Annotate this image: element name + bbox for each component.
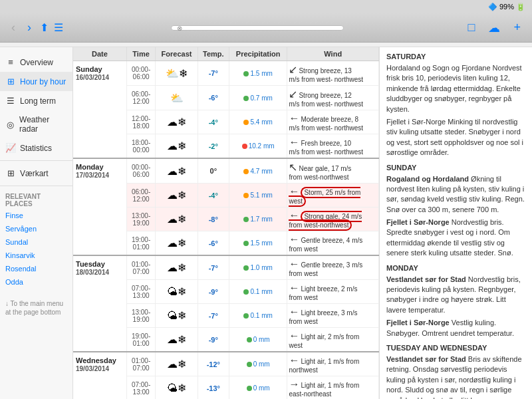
wind-cell: ↙Strong breeze, 13m/s from west- northwe… [287,61,379,86]
share-button[interactable]: ⬆ [40,21,49,34]
sidebar-divider [0,160,72,161]
precip-cell: 0 mm [229,376,287,400]
sidebar-item-statistics[interactable]: 📈 Statistics [0,138,72,158]
temp-cell: -7° [198,304,229,328]
col-time: Time [126,47,155,61]
sidebar-item-hour-by-hour[interactable]: ⊞ Hour by hour [0,72,72,91]
forward-button[interactable]: › [24,19,35,36]
wind-text: Storm, 25 m/s fromwest [289,187,360,207]
weather-section-text: Rogaland og Hordaland Økning til nordves… [386,174,525,215]
weather-bold: Vestlandet sør for Stad [386,355,466,363]
relevant-places-label: RELEVANT PLACES [0,189,72,209]
date-cell: Wednesday19/03/2014 [73,352,126,399]
temp-cell: -7° [198,61,229,86]
forecast-icon-cell: 🌤❄ [156,280,198,304]
forecast-icon-cell: ☁❄ [156,207,198,231]
url-x-icon: ⊗ [177,24,182,31]
wind-text: Light air, 1 m/s fromnorthwest [289,358,359,374]
hour-icon: ⊞ [5,76,16,86]
weather-bold: Vestlandet sør for Stad [386,275,466,283]
place-odda[interactable]: Odda [0,275,72,289]
sidebar-item-vaerkart[interactable]: ⊞ Værkart [0,164,72,183]
vaerkart-icon: ⊞ [5,168,16,178]
precip-dot [242,144,247,149]
time-cell: 19:00-01:00 [126,231,155,256]
forecast-icon-cell: ☁❄ [156,352,198,376]
sidebar-item-label: Long term [20,96,56,106]
wind-arrow-icon: → [289,378,299,390]
temp-cell: -12° [198,352,229,376]
forecast-icon-cell: ☁❄ [156,184,198,207]
col-precip: Precipitation [229,47,287,61]
temp-cell: -8° [198,207,229,231]
wind-arrow-icon: ← [289,112,299,124]
reload-button[interactable] [452,27,458,29]
temp-cell: 0° [198,158,229,184]
forecast-icon-cell: ☁❄ [156,328,198,352]
wind-cell: ←Gentle breeze, 4 m/sfrom west [287,231,379,256]
weather-section-text: Fjellet i Sør-Norge Vestlig kuling. Snøb… [386,318,525,338]
stats-icon: 📈 [5,143,16,153]
weather-bold: Rogaland og Hordaland [386,175,469,183]
wind-arrow-icon: ← [289,306,299,317]
wind-cell: ←Gentle breeze, 3 m/sfrom west [287,255,379,280]
weather-section-text: Vestlandet sør for Stad Nordvestlig bris… [386,275,525,316]
precip-dot [247,362,252,367]
overview-icon: ≡ [5,57,16,67]
wind-cell: ←Light air, 1 m/s fromnorthwest [287,352,379,376]
precip-cell: 10.2 mm [229,134,287,159]
url-bar[interactable]: ⊗ [171,25,344,31]
weather-bold: Fjellet i Sør-Norge [386,319,450,327]
precip-cell: 0 mm [229,352,287,376]
bookmarks-button[interactable]: □ [465,19,479,36]
weather-table-area[interactable]: Date Time Forecast Temp. Precipitation W… [73,47,379,399]
time-cell: 06:00-12:00 [126,184,155,207]
radar-icon: ◎ [5,120,15,130]
wind-arrow-icon: ← [289,136,299,148]
sidebar-item-label: Weather radar [19,115,67,134]
precip-dot [243,289,249,295]
weather-section-text: Fjellet i Sør-Norge Minking til nordvest… [386,117,525,158]
precip-cell: 0 mm [229,328,287,352]
precip-cell: 0.1 mm [229,304,287,328]
table-row: Tuesday18/03/201401:00-07:00☁❄-7°1.0 mm←… [73,255,379,280]
place-sundal[interactable]: Sundal [0,235,72,249]
place-rosendal[interactable]: Rosendal [0,262,72,275]
sidebar-item-overview[interactable]: ≡ Overview [0,53,72,72]
time-cell: 19:00-01:00 [126,328,155,352]
cloud-button[interactable]: ☁ [485,19,503,37]
sidebar-item-weather-radar[interactable]: ◎ Weather radar [0,110,72,138]
menu-button[interactable]: ☰ [54,21,63,34]
time-cell: 13:00-19:00 [126,304,155,328]
precip-cell: 5.4 mm [229,110,287,134]
wind-arrow-icon: ← [289,354,299,366]
table-row: Sunday16/03/201400:00-06:00⛅❄-7°1.5 mm↙S… [73,61,379,86]
date-cell: Monday17/03/2014 [73,158,126,255]
place-serv[interactable]: Servågen [0,222,72,235]
main-content: ≡ Overview ⊞ Hour by hour ☰ Long term ◎ … [0,47,532,399]
weather-section-heading: SUNDAY [386,164,525,172]
temp-cell: -6° [198,231,229,256]
wind-arrow-icon: ← [289,258,299,269]
precip-dot [243,313,249,319]
forecast-icon-cell: 🌤❄ [156,376,198,400]
longterm-icon: ☰ [5,96,16,106]
add-tab-button[interactable]: + [510,19,524,36]
temp-cell: -7° [198,255,229,280]
time-cell: 07:00-13:00 [126,376,155,400]
precip-cell: 4.7 mm [229,158,287,184]
wind-cell: ←Fresh breeze, 10m/s from west- northwes… [287,134,379,159]
table-row: Monday17/03/201400:00-06:00☁❄0°4.7 mm↖Ne… [73,158,379,184]
time-cell: 07:00-13:00 [126,280,155,304]
place-finse[interactable]: Finse [0,209,72,222]
place-kinsarvik[interactable]: Kinsarvik [0,249,72,262]
wind-text: Light air, 1 m/s fromeast-northeast [289,382,359,398]
forecast-icon-cell: ☁❄ [156,110,198,134]
wind-cell: →Light air, 1 m/s fromeast-northeast [287,376,379,400]
date-cell: Sunday16/03/2014 [73,61,126,159]
precip-cell: 1.7 mm [229,207,287,231]
precip-cell: 1.5 mm [229,61,287,86]
sidebar-item-long-term[interactable]: ☰ Long term [0,91,72,110]
forecast-icon-cell: ⛅❄ [156,61,198,86]
back-button[interactable]: ‹ [8,19,19,36]
